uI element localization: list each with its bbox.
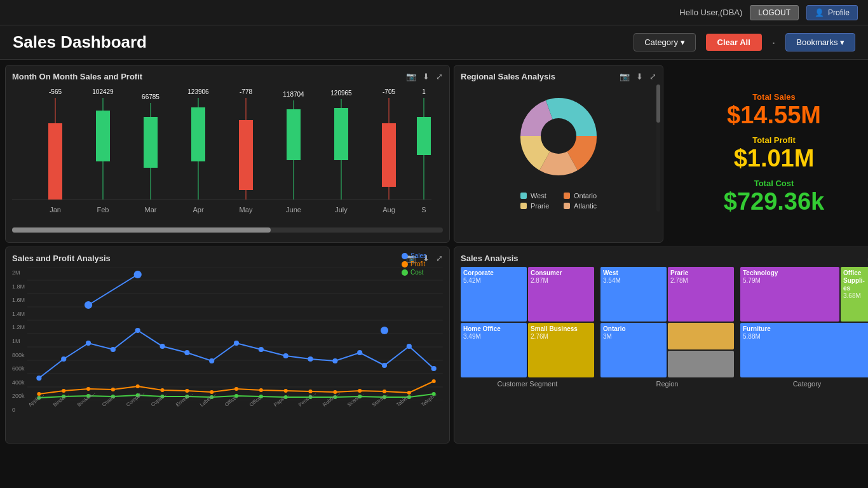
regional-panel-icons: 📷 ⬇ ⤢ xyxy=(620,72,656,81)
consumer-cell[interactable]: Consumer 2.87M xyxy=(528,267,594,322)
svg-point-37 xyxy=(541,118,576,154)
small-business-name: Small Business xyxy=(531,325,592,333)
camera-icon-regional[interactable]: 📷 xyxy=(620,72,630,81)
svg-rect-3 xyxy=(48,123,62,200)
cost-legend-label: Cost xyxy=(410,269,424,276)
bookmarks-button[interactable]: Bookmarks ▾ xyxy=(785,33,855,51)
svg-text:Aug: Aug xyxy=(383,206,395,214)
office-supplies-name: Office Suppli-es xyxy=(843,269,868,292)
home-office-val: 3.49M xyxy=(463,333,524,340)
profile-button[interactable]: 👤 Profile xyxy=(806,5,858,20)
svg-point-77 xyxy=(234,387,238,391)
furniture-cell[interactable]: Furniture 5.88M xyxy=(740,323,868,377)
stats-panel: Total Sales $14.55M Total Profit $1.01M … xyxy=(667,65,868,243)
office-supplies-cell[interactable]: Office Suppli-es 3.68M xyxy=(841,267,868,322)
prarie-label: Prarie xyxy=(531,202,549,210)
legend-atlantic: Atlantic xyxy=(564,202,597,210)
cost-legend-dot xyxy=(402,269,408,276)
region-grid: West 3.54M Prarie 2.78M Ontario 3M xyxy=(600,267,734,377)
svg-text:July: July xyxy=(335,206,348,214)
customer-segment-grid: Corporate 5.42M Consumer 2.87M Home Offi… xyxy=(461,267,594,377)
furniture-name: Furniture xyxy=(743,325,868,333)
west-dot xyxy=(520,193,527,199)
legend-ontario: Ontario xyxy=(564,192,597,200)
y-label-12m: 1.2M xyxy=(12,324,25,330)
total-profit-value: $1.01M xyxy=(734,145,815,172)
expand-icon-spa[interactable]: ⤢ xyxy=(436,254,443,263)
corporate-name: Corporate xyxy=(463,269,524,277)
svg-rect-18 xyxy=(287,109,301,160)
category-button[interactable]: Category ▾ xyxy=(634,33,695,51)
panel-scrollbar[interactable] xyxy=(656,85,660,212)
chart-scrollbar[interactable] xyxy=(12,227,443,233)
sales-legend-label: Sales xyxy=(410,252,426,259)
svg-point-62 xyxy=(357,350,362,355)
svg-rect-6 xyxy=(96,111,110,161)
main-grid: Month On Month Sales and Profit 📷 ⬇ ⤢ -5… xyxy=(0,60,868,488)
total-profit-label: Total Profit xyxy=(734,135,815,145)
svg-text:May: May xyxy=(240,206,253,214)
sales-legend-dot xyxy=(402,253,408,259)
line-svg-container: Applia... Binder... Bookca... Chairs Com… xyxy=(27,267,443,413)
legend-prarie: Prarie xyxy=(520,202,553,210)
topbar: Hello User,(DBA) LOGOUT 👤 Profile xyxy=(0,0,868,25)
scrollbar-thumb xyxy=(12,227,271,233)
download-icon[interactable]: ⬇ xyxy=(423,72,430,81)
total-sales-value: $14.55M xyxy=(727,102,821,129)
y-label-2m: 2M xyxy=(12,269,25,276)
corporate-cell[interactable]: Corporate 5.42M xyxy=(461,267,527,322)
category-block: Technology 5.79M Office Suppli-es 3.68M … xyxy=(740,267,868,388)
line-legend: Sales Profit Cost xyxy=(402,252,426,276)
svg-point-57 xyxy=(234,341,239,346)
svg-text:1: 1 xyxy=(422,88,426,95)
furniture-val: 5.88M xyxy=(743,333,868,340)
expand-icon[interactable]: ⤢ xyxy=(436,72,443,81)
download-icon-regional[interactable]: ⬇ xyxy=(636,72,643,81)
svg-rect-15 xyxy=(239,120,253,190)
region-title: Region xyxy=(600,380,734,388)
logout-button[interactable]: LOGOUT xyxy=(750,5,799,20)
svg-point-63 xyxy=(382,363,387,368)
west-label: West xyxy=(531,192,546,200)
regional-sales-panel: Regional Sales Analysis 📷 ⬇ ⤢ xyxy=(454,65,663,243)
svg-text:120965: 120965 xyxy=(330,90,352,97)
west-cell-val: 3.54M xyxy=(603,277,664,284)
west-cell[interactable]: West 3.54M xyxy=(600,267,667,322)
region-sub2[interactable] xyxy=(668,351,734,377)
total-cost-value: $729.36k xyxy=(724,188,825,215)
category-title: Category xyxy=(740,380,868,388)
ontario-dot xyxy=(564,193,570,199)
ontario-label: Ontario xyxy=(574,192,597,200)
technology-cell[interactable]: Technology 5.79M xyxy=(740,267,839,322)
category-grid: Technology 5.79M Office Suppli-es 3.68M … xyxy=(740,267,868,377)
home-office-cell[interactable]: Home Office 3.49M xyxy=(461,323,527,377)
camera-icon[interactable]: 📷 xyxy=(406,72,416,81)
region-sub1[interactable] xyxy=(668,323,734,349)
svg-rect-9 xyxy=(144,117,158,168)
svg-point-85 xyxy=(432,379,436,383)
svg-rect-24 xyxy=(382,123,396,187)
greeting-text: Hello User,(DBA) xyxy=(679,8,742,17)
y-label-16m: 1.6M xyxy=(12,297,25,303)
svg-point-50 xyxy=(61,356,66,362)
prarie-cell[interactable]: Prarie 2.78M xyxy=(668,267,734,322)
mom-panel-title: Month On Month Sales and Profit xyxy=(12,72,443,81)
prarie-cell-name: Prarie xyxy=(670,269,731,277)
header: Sales Dashboard Category ▾ Clear All · B… xyxy=(0,25,868,60)
svg-point-51 xyxy=(86,341,91,346)
clear-all-button[interactable]: Clear All xyxy=(706,34,762,51)
svg-point-71 xyxy=(86,387,90,391)
svg-text:-705: -705 xyxy=(383,88,395,95)
legend-west: West xyxy=(520,192,553,200)
atlantic-dot xyxy=(564,203,570,209)
corporate-val: 5.42M xyxy=(463,277,524,284)
svg-point-59 xyxy=(283,353,288,358)
line-x-labels: Applia... Binder... Bookca... Chairs Com… xyxy=(27,403,443,409)
y-label-14m: 1.4M xyxy=(12,311,25,317)
total-sales-label: Total Sales xyxy=(727,92,821,102)
expand-icon-regional[interactable]: ⤢ xyxy=(649,72,656,81)
pie-chart-area: West Ontario Prarie Atlantic xyxy=(461,85,656,210)
ontario-cell[interactable]: Ontario 3M xyxy=(600,323,667,377)
small-business-cell[interactable]: Small Business 2.76M xyxy=(528,323,594,377)
sa-panel-title: Sales Analysis xyxy=(461,254,868,263)
